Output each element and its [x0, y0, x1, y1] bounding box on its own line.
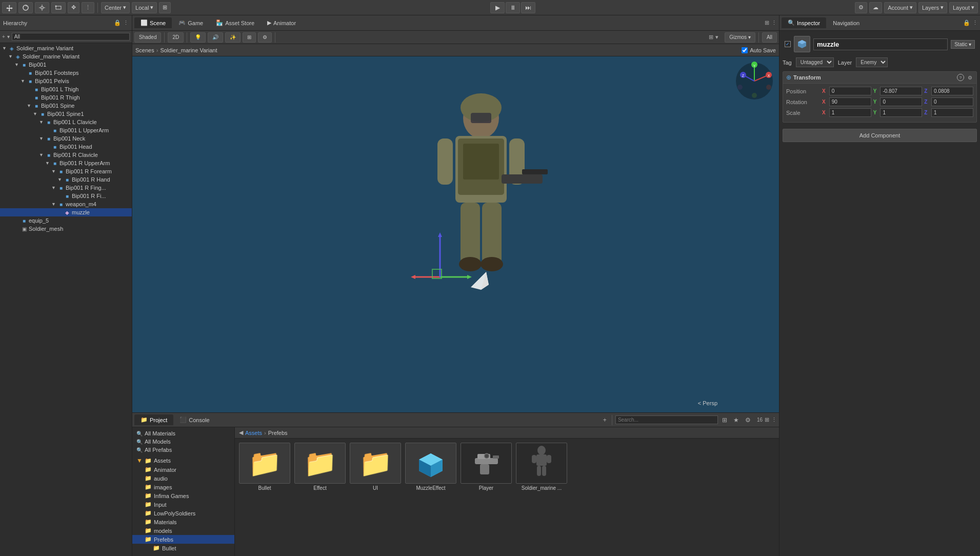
- scene-panel-menu[interactable]: ⋮: [771, 19, 777, 26]
- folder-all-materials[interactable]: 🔍 All Materials: [132, 429, 234, 438]
- tree-item-spine[interactable]: ▼ ■ Bip001 Spine: [0, 102, 132, 110]
- step-button[interactable]: ⏭: [521, 2, 535, 13]
- grid-button[interactable]: ⊞: [159, 2, 171, 13]
- custom-tool-button[interactable]: ⋮: [82, 2, 94, 13]
- tree-item-soldier-variant-root[interactable]: ▼ ◈ Soldier_marine Variant: [0, 44, 132, 52]
- tree-item-weaponm4[interactable]: ▼ ■ weapon_m4: [0, 200, 132, 208]
- asset-store-tab[interactable]: 🏪 Asset Store: [210, 17, 261, 28]
- tree-item-pelvis[interactable]: ▼ ■ Bip001 Pelvis: [0, 77, 132, 85]
- scene-extra2[interactable]: ⚙: [258, 32, 272, 43]
- game-tab[interactable]: 🎮 Game: [172, 17, 209, 28]
- scene-panel-icons[interactable]: ⊞: [765, 19, 769, 26]
- transform-help-icon[interactable]: ?: [957, 74, 964, 81]
- cloud-button[interactable]: ☁: [869, 2, 882, 13]
- breadcrumb-variant[interactable]: Soldier_marine Variant: [160, 47, 217, 53]
- rotation-z-input[interactable]: [931, 97, 973, 106]
- folder-animator[interactable]: 📁 Animator: [132, 465, 234, 474]
- position-x-input[interactable]: [829, 87, 871, 95]
- folder-images[interactable]: 📁 images: [132, 483, 234, 491]
- folder-materials[interactable]: 📁 Materials: [132, 518, 234, 526]
- play-button[interactable]: ▶: [490, 2, 505, 13]
- scale-tool-button[interactable]: [35, 2, 49, 13]
- folder-models[interactable]: 📁 models: [132, 526, 234, 535]
- project-tab[interactable]: 📁 Project: [134, 414, 173, 425]
- tree-item-spine1[interactable]: ▼ ■ Bip001 Spine1: [0, 110, 132, 118]
- folder-all-prefabs[interactable]: 🔍 All Prefabs: [132, 446, 234, 454]
- pause-button[interactable]: ⏸: [506, 2, 520, 13]
- layout-dropdown[interactable]: Layout ▾: [949, 2, 978, 13]
- scene-tab[interactable]: ⬜ Scene: [134, 17, 172, 28]
- tree-item-footsteps[interactable]: ■ Bip001 Footsteps: [0, 69, 132, 77]
- asset-player[interactable]: Player: [461, 443, 512, 491]
- hierarchy-search-input[interactable]: All: [12, 33, 130, 41]
- tree-item-soldier-variant[interactable]: ▼ ◈ Soldier_marine Variant: [0, 52, 132, 61]
- tree-item-rhand[interactable]: ▼ ■ Bip001 R Hand: [0, 175, 132, 184]
- tag-select[interactable]: Untagged: [796, 57, 834, 67]
- transform-header[interactable]: ⊕ Transform ? ⚙: [783, 72, 976, 84]
- gizmos-button[interactable]: Gizmos ▾: [725, 32, 755, 43]
- folder-assets[interactable]: ▼ 📁 Assets: [132, 456, 234, 465]
- tree-item-rfi[interactable]: ■ Bip001 R Fi...: [0, 192, 132, 200]
- inspector-menu-icon[interactable]: ⋮: [972, 19, 978, 26]
- hierarchy-menu-icon[interactable]: ⋮: [123, 19, 129, 26]
- project-view-button[interactable]: ⊞: [720, 415, 729, 425]
- transform-tool-button[interactable]: ✥: [68, 2, 79, 13]
- tree-item-lclavicle[interactable]: ▼ ■ Bip001 L Clavicle: [0, 118, 132, 126]
- static-dropdown[interactable]: Static ▾: [951, 40, 975, 49]
- folder-lowpoly[interactable]: 📁 LowPolySoldiers: [132, 509, 234, 518]
- account-dropdown[interactable]: Account ▾: [884, 2, 916, 13]
- asset-muzzle-effect[interactable]: MuzzleEffect: [405, 443, 456, 491]
- add-component-button[interactable]: Add Component: [783, 129, 977, 142]
- tree-item-equip5[interactable]: ■ equip_5: [0, 216, 132, 225]
- rotation-x-input[interactable]: [829, 97, 871, 106]
- tree-item-soldier-mesh[interactable]: ▣ Soldier_mesh: [0, 225, 132, 233]
- folder-audio[interactable]: 📁 audio: [132, 474, 234, 483]
- object-name-input[interactable]: [813, 38, 948, 50]
- rotate-tool-button[interactable]: [18, 2, 33, 13]
- console-tab[interactable]: ⬛ Console: [173, 414, 215, 425]
- project-filter-button[interactable]: ★: [731, 415, 741, 425]
- breadcrumb-prefebs[interactable]: Prefebs: [268, 430, 288, 436]
- position-y-input[interactable]: [880, 87, 922, 95]
- tree-item-neck[interactable]: ▼ ■ Bip001 Neck: [0, 134, 132, 143]
- inspector-tab[interactable]: 🔍 Inspector: [782, 17, 826, 28]
- tree-item-rfing1[interactable]: ▼ ■ Bip001 R Fing...: [0, 184, 132, 192]
- effects-button[interactable]: ✨: [225, 32, 241, 43]
- tree-item-rclavicle[interactable]: ▼ ■ Bip001 R Clavicle: [0, 151, 132, 159]
- tree-item-rupperarm[interactable]: ▼ ■ Bip001 R UpperArm: [0, 159, 132, 167]
- tree-item-head[interactable]: ■ Bip001 Head: [0, 143, 132, 151]
- audio-button[interactable]: 🔊: [208, 32, 223, 43]
- asset-effect[interactable]: 📁 Effect: [294, 443, 346, 491]
- 2d-button[interactable]: 2D: [168, 32, 184, 43]
- inspector-lock-icon[interactable]: 🔒: [963, 19, 970, 26]
- folder-input[interactable]: 📁 Input: [132, 500, 234, 509]
- scale-y-input[interactable]: [880, 108, 922, 117]
- lights-button[interactable]: 💡: [190, 32, 206, 43]
- folder-bullet[interactable]: 📁 Bullet: [132, 544, 234, 552]
- breadcrumb-assets[interactable]: Assets: [245, 430, 262, 436]
- layer-select[interactable]: Enemy: [856, 57, 888, 67]
- project-add-button[interactable]: +: [601, 415, 609, 425]
- tree-item-lupperarm[interactable]: ■ Bip001 L UpperArm: [0, 126, 132, 134]
- hierarchy-lock-icon[interactable]: 🔒: [114, 19, 121, 26]
- folder-infima[interactable]: 📁 Infima Games: [132, 491, 234, 500]
- project-settings-button[interactable]: ⚙: [743, 415, 753, 425]
- tree-item-bip001[interactable]: ▼ ■ Bip001: [0, 61, 132, 69]
- settings-button[interactable]: ⚙: [855, 2, 867, 13]
- scale-z-input[interactable]: [931, 108, 973, 117]
- scale-x-input[interactable]: [829, 108, 871, 117]
- rect-tool-button[interactable]: [51, 2, 66, 13]
- tree-item-rforearm[interactable]: ▼ ■ Bip001 R Forearm: [0, 167, 132, 175]
- tree-item-rthigh[interactable]: ■ Bip001 R Thigh: [0, 93, 132, 102]
- rotation-y-input[interactable]: [880, 97, 922, 106]
- tree-item-lthigh[interactable]: ■ Bip001 L Thigh: [0, 85, 132, 93]
- asset-soldier-marine[interactable]: Soldier_marine ...: [516, 443, 567, 491]
- folder-all-models[interactable]: 🔍 All Models: [132, 438, 234, 446]
- position-z-input[interactable]: [931, 87, 973, 95]
- layers-dropdown[interactable]: Layers ▾: [918, 2, 947, 13]
- transform-settings-icon[interactable]: ⚙: [966, 74, 973, 81]
- asset-ui[interactable]: 📁 UI: [350, 443, 401, 491]
- project-panel-menu[interactable]: ⋮: [771, 416, 777, 423]
- auto-save-checkbox[interactable]: [742, 47, 748, 53]
- animator-tab[interactable]: ▶ Animator: [261, 17, 302, 28]
